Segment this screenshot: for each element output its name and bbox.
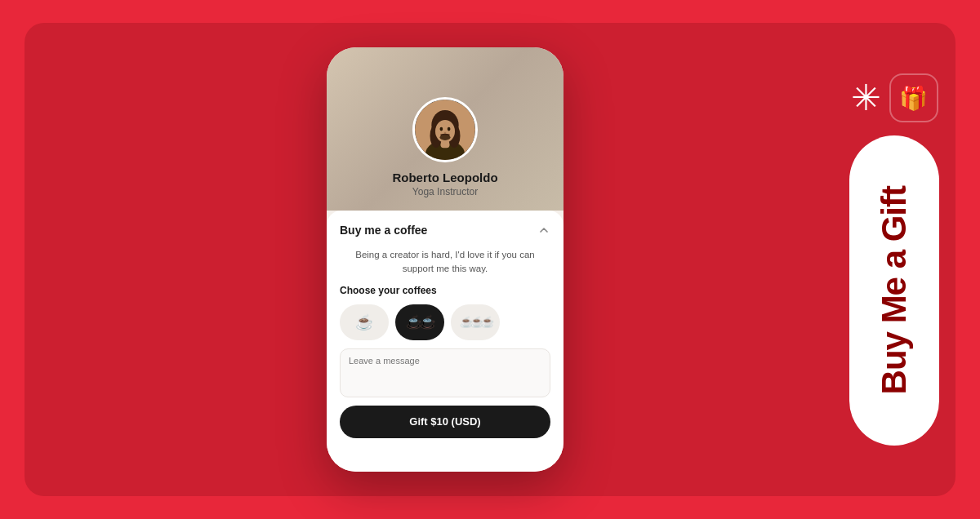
cup-triple-icon: ☕☕☕ (460, 316, 492, 328)
coffee-options: ☕ ☕☕ ☕☕☕ (340, 304, 550, 340)
vertical-text: Buy Me a Gift (875, 186, 914, 394)
svg-point-8 (440, 127, 443, 131)
coffee-option-single[interactable]: ☕ (340, 304, 389, 340)
svg-point-9 (448, 127, 451, 131)
message-input[interactable] (340, 348, 550, 397)
cup-single-icon: ☕ (355, 313, 373, 331)
gift-icon: 🎁 (899, 85, 928, 112)
chevron-up-icon[interactable] (537, 224, 550, 237)
coffee-option-triple[interactable]: ☕☕☕ (451, 304, 500, 340)
user-title: Yoga Instructor (412, 186, 478, 197)
choose-coffees-label: Choose your coffees (340, 285, 550, 296)
right-panel: ✳ 🎁 Buy Me a Gift (849, 73, 939, 446)
phone-mockup: Roberto Leopoldo Yoga Instructor Buy me … (327, 47, 564, 472)
user-name: Roberto Leopoldo (392, 171, 497, 184)
top-icons: ✳ 🎁 (851, 73, 938, 122)
gift-button[interactable]: Gift $10 (USD) (340, 406, 550, 438)
card-header: Buy me a coffee (340, 224, 550, 240)
svg-point-10 (444, 132, 447, 134)
avatar (412, 97, 478, 162)
card-title: Buy me a coffee (340, 224, 427, 237)
card-description: Being a creator is hard, I'd love it if … (340, 248, 550, 277)
card-section: Buy me a coffee Being a creator is hard,… (327, 211, 564, 472)
asterisk-icon: ✳ (851, 80, 881, 116)
cup-double-icon: ☕☕ (406, 314, 434, 330)
gift-icon-box[interactable]: 🎁 (889, 73, 938, 122)
vertical-pill: Buy Me a Gift (849, 135, 939, 446)
coffee-option-double[interactable]: ☕☕ (395, 304, 444, 340)
phone-header: Roberto Leopoldo Yoga Instructor (327, 47, 564, 211)
main-container: Roberto Leopoldo Yoga Instructor Buy me … (24, 23, 956, 496)
